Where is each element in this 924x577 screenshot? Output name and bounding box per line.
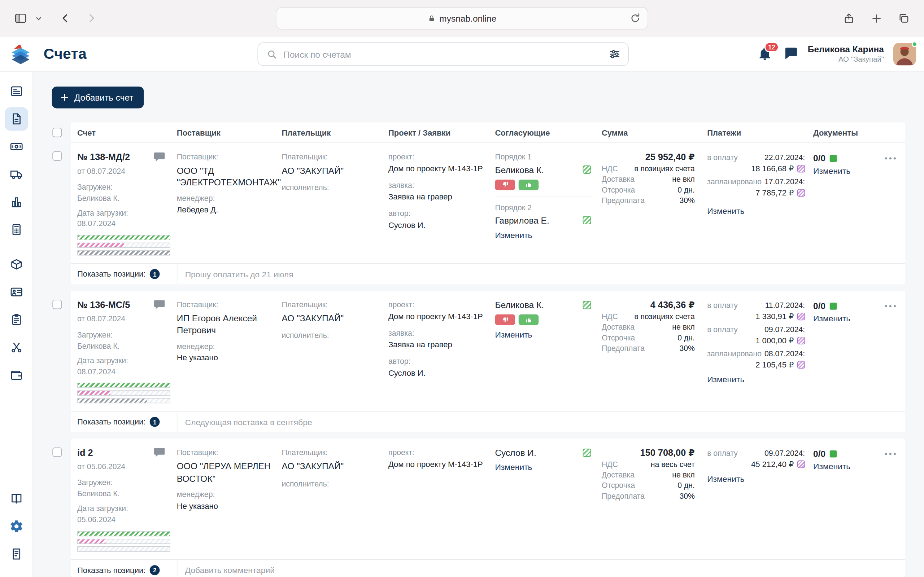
sidebar-item-delivery[interactable]	[4, 163, 28, 186]
sum-detail-value: не вкл	[672, 175, 695, 184]
tab-overview-icon[interactable]	[894, 10, 912, 27]
row-checkbox[interactable]	[52, 448, 62, 457]
project-label: проект:	[388, 300, 487, 311]
project-label: проект:	[388, 448, 487, 459]
payer-label: Плательщик:	[281, 448, 380, 459]
comment-icon[interactable]	[154, 300, 165, 312]
sum-detail-label: Отсрочка	[602, 482, 635, 490]
edit-payments-link[interactable]: Изменить	[707, 206, 744, 215]
reject-button[interactable]	[495, 180, 515, 190]
edit-payments-link[interactable]: Изменить	[707, 474, 744, 484]
page-title: Счета	[44, 45, 87, 62]
chevron-down-icon[interactable]	[33, 10, 43, 27]
add-comment-field[interactable]: Добавить комментарий	[177, 560, 905, 577]
forward-button-icon[interactable]	[82, 10, 100, 27]
share-icon[interactable]	[840, 10, 858, 27]
manager-label: менеджер:	[177, 341, 274, 352]
comment-icon[interactable]	[154, 448, 165, 460]
show-positions-toggle[interactable]: Показать позиции: 1	[71, 264, 177, 285]
sum-detail-label: НДС	[602, 460, 618, 469]
approver-name: Беликова К.	[495, 165, 544, 175]
show-positions-toggle[interactable]: Показать позиции: 1	[71, 412, 177, 432]
clipboard-icon	[9, 313, 23, 327]
sum-detail-value: не вкл	[672, 471, 695, 479]
table-header-row: Счет Поставщик Плательщик Проект / Заявк…	[52, 122, 905, 143]
sum-detail-value: 0 дн.	[677, 333, 695, 342]
sidebar-item-wallet[interactable]	[4, 363, 28, 387]
reject-button[interactable]	[495, 314, 515, 325]
notifications-button[interactable]: 12	[757, 46, 774, 62]
sidebar-item-reports[interactable]	[5, 542, 28, 566]
delivery-icon	[9, 167, 23, 181]
invoice-comment[interactable]: Прошу оплатить до 21 июля	[177, 264, 905, 285]
sidebar-toggle-icon[interactable]	[12, 10, 30, 27]
sidebar-item-settings[interactable]	[5, 515, 28, 538]
show-positions-toggle[interactable]: Показать позиции: 2	[71, 560, 177, 577]
divider	[495, 197, 591, 197]
row-menu-icon[interactable]	[884, 300, 897, 311]
box-icon	[9, 257, 23, 271]
sum-detail-label: Отсрочка	[602, 185, 635, 194]
payment-icon	[797, 361, 805, 368]
sidebar-item-tools[interactable]	[4, 336, 28, 359]
approved-icon	[583, 301, 591, 309]
sidebar-item-stock[interactable]	[4, 253, 28, 276]
user-info[interactable]: Беликова Карина АО "Закупай"	[808, 44, 884, 64]
avatar[interactable]	[893, 43, 916, 65]
address-bar[interactable]: mysnab.online	[276, 7, 648, 29]
sidebar-item-calculator[interactable]	[4, 218, 28, 241]
invoice-number[interactable]: № 138-МД/2	[77, 152, 130, 162]
sidebar-item-guide[interactable]	[5, 487, 28, 510]
column-header: Платежи	[707, 128, 813, 137]
invoice-row: № 136-МС/5 от 08.07.2024 Загружен: Белик…	[52, 291, 905, 432]
payment-amount: 45 212,40 ₽	[751, 459, 794, 469]
progress-bars	[77, 531, 170, 551]
payment-label: в оплату	[707, 153, 738, 161]
sidebar-item-payments[interactable]	[4, 135, 28, 158]
filter-sliders-icon[interactable]	[608, 48, 621, 61]
payment-icon	[797, 312, 805, 320]
approve-button[interactable]	[519, 314, 539, 325]
select-all-checkbox[interactable]	[52, 128, 62, 137]
edit-docs-link[interactable]: Изменить	[813, 166, 850, 175]
comment-icon[interactable]	[154, 152, 165, 164]
scissors-icon	[9, 340, 23, 355]
edit-approvers-link[interactable]: Изменить	[495, 230, 532, 239]
back-button-icon[interactable]	[57, 10, 74, 27]
approved-icon	[583, 216, 591, 224]
row-menu-icon[interactable]	[884, 153, 897, 163]
edit-payments-link[interactable]: Изменить	[707, 375, 744, 384]
edit-approvers-link[interactable]: Изменить	[495, 462, 532, 472]
supplier-label: Поставщик:	[177, 300, 274, 311]
invoice-number[interactable]: № 136-МС/5	[77, 300, 130, 310]
sidebar-item-invoices[interactable]	[4, 107, 28, 131]
sidebar-item-contacts[interactable]	[4, 280, 28, 304]
edit-approvers-link[interactable]: Изменить	[495, 330, 532, 339]
row-menu-icon[interactable]	[884, 448, 897, 459]
sidebar-item-analytics[interactable]	[4, 190, 28, 213]
row-checkbox[interactable]	[52, 300, 62, 309]
column-header: Плательщик	[281, 128, 388, 137]
sum-detail-label: Предоплата	[602, 196, 645, 205]
messages-button[interactable]	[783, 45, 798, 63]
new-tab-icon[interactable]	[867, 10, 885, 27]
uploaded-by: Беликова К.	[77, 488, 168, 500]
search-input[interactable]	[283, 49, 608, 59]
invoice-number[interactable]: id 2	[77, 448, 93, 458]
app-logo[interactable]	[8, 42, 33, 67]
app-header: Счета 12 Беликова Карина АО "Закупай"	[0, 36, 924, 72]
row-checkbox[interactable]	[52, 152, 62, 161]
add-invoice-button[interactable]: Добавить счет	[52, 87, 144, 108]
edit-docs-link[interactable]: Изменить	[813, 314, 850, 324]
invoice-comment[interactable]: Следующая поставка в сентябре	[177, 412, 905, 432]
reload-icon[interactable]	[629, 12, 642, 27]
supplier-label: Поставщик:	[177, 448, 274, 459]
sidebar-item-registry[interactable]	[4, 79, 28, 103]
sum-detail-label: Предоплата	[602, 492, 645, 501]
search-bar[interactable]	[257, 43, 629, 66]
edit-docs-link[interactable]: Изменить	[813, 462, 850, 471]
sidebar-item-requests[interactable]	[4, 308, 28, 331]
order-label: Порядок 2	[495, 202, 593, 213]
approve-button[interactable]	[519, 180, 539, 190]
upload-date: Дата загрузки: 08.07.2024	[77, 356, 168, 378]
